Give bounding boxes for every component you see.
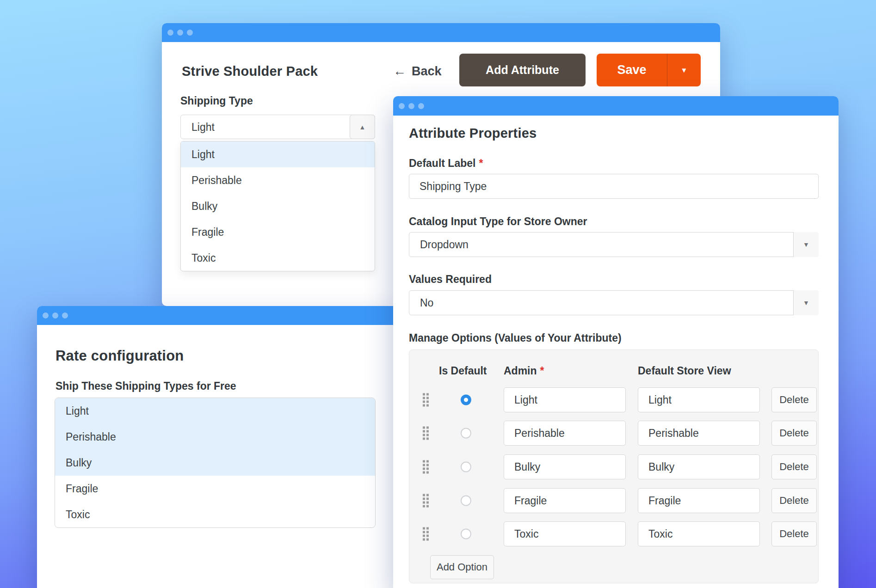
catalog-input-type-value: Dropdown — [420, 239, 469, 251]
option-row: Delete — [409, 521, 818, 546]
is-default-radio[interactable] — [461, 428, 471, 439]
is-default-radio[interactable] — [461, 462, 471, 472]
rate-configuration-title: Rate configuration — [56, 348, 184, 364]
store-view-value-input[interactable] — [638, 488, 760, 513]
delete-option-button[interactable]: Delete — [771, 521, 817, 546]
add-option-button[interactable]: Add Option — [430, 555, 494, 579]
back-label: Back — [412, 64, 442, 79]
dropdown-option[interactable]: Fragile — [181, 219, 375, 245]
values-required-select[interactable]: No ▼ — [409, 290, 819, 315]
dropdown-option[interactable]: Light — [181, 141, 375, 167]
product-window-titlebar — [162, 23, 720, 42]
admin-value-input[interactable] — [504, 454, 626, 479]
delete-option-button[interactable]: Delete — [771, 421, 817, 446]
shipping-type-dropdown-list: Light Perishable Bulky Fragile Toxic — [180, 141, 375, 271]
select-caret-button[interactable]: ▼ — [793, 232, 819, 257]
delete-option-button[interactable]: Delete — [771, 454, 817, 479]
drag-handle-icon[interactable] — [423, 527, 429, 541]
window-dot-icon — [43, 312, 49, 318]
admin-value-input[interactable] — [504, 488, 626, 513]
store-view-value-input[interactable] — [638, 454, 760, 479]
select-spinner-button[interactable]: ▲ — [350, 115, 375, 139]
window-dot-icon — [52, 312, 58, 318]
dropdown-option[interactable]: Bulky — [181, 193, 375, 219]
select-caret-button[interactable]: ▼ — [793, 290, 819, 315]
manage-options-heading: Manage Options (Values of Your Attribute… — [409, 332, 622, 344]
column-header-store-view: Default Store View — [638, 365, 731, 377]
option-row: Delete — [409, 387, 818, 412]
save-button[interactable]: Save — [597, 63, 667, 77]
store-view-value-input[interactable] — [638, 387, 760, 412]
multiselect-option[interactable]: Bulky — [55, 450, 375, 476]
caret-up-icon: ▲ — [359, 123, 366, 131]
dropdown-option[interactable]: Perishable — [181, 167, 375, 193]
save-dropdown-toggle[interactable]: ▼ — [667, 66, 701, 74]
store-view-value-input[interactable] — [638, 421, 760, 446]
back-arrow-icon: ← — [393, 64, 406, 79]
page-title: Strive Shoulder Pack — [182, 64, 318, 79]
window-dot-icon — [408, 103, 414, 109]
window-dot-icon — [167, 30, 173, 36]
window-dot-icon — [187, 30, 193, 36]
option-row: Delete — [409, 454, 818, 479]
shipping-type-label: Shipping Type — [180, 95, 253, 107]
rate-configuration-window: Rate configuration Ship These Shipping T… — [37, 306, 402, 588]
drag-handle-icon[interactable] — [423, 460, 429, 474]
option-row: Delete — [409, 488, 818, 513]
required-asterisk: * — [479, 157, 483, 169]
free-shipping-types-label: Ship These Shipping Types for Free — [56, 380, 236, 392]
save-split-button: Save ▼ — [597, 54, 701, 86]
window-dot-icon — [399, 103, 405, 109]
shipping-type-select[interactable]: Light ▲ — [180, 115, 375, 139]
caret-down-icon: ▼ — [803, 241, 809, 248]
dropdown-option[interactable]: Toxic — [181, 245, 375, 271]
desktop-background: Strive Shoulder Pack ← Back Add Attribut… — [0, 0, 876, 588]
window-dot-icon — [62, 312, 68, 318]
catalog-input-type-select[interactable]: Dropdown ▼ — [409, 232, 819, 257]
attribute-window-titlebar — [393, 96, 839, 116]
store-view-value-input[interactable] — [638, 521, 760, 546]
window-dot-icon — [418, 103, 424, 109]
is-default-radio[interactable] — [461, 529, 471, 539]
rate-window-titlebar — [37, 306, 402, 325]
admin-value-input[interactable] — [504, 387, 626, 412]
option-row: Delete — [409, 421, 818, 446]
admin-value-input[interactable] — [504, 421, 626, 446]
default-label-input[interactable] — [409, 174, 819, 199]
column-header-admin: Admin* — [504, 365, 544, 377]
free-shipping-types-multiselect: Light Perishable Bulky Fragile Toxic — [55, 398, 376, 528]
add-attribute-button[interactable]: Add Attribute — [459, 54, 586, 86]
delete-option-button[interactable]: Delete — [771, 387, 817, 412]
multiselect-option[interactable]: Light — [55, 398, 375, 424]
caret-down-icon: ▼ — [681, 66, 688, 74]
delete-option-button[interactable]: Delete — [771, 488, 817, 513]
is-default-radio[interactable] — [461, 395, 471, 405]
values-required-label: Values Required — [409, 273, 492, 286]
admin-value-input[interactable] — [504, 521, 626, 546]
values-required-value: No — [420, 297, 433, 309]
drag-handle-icon[interactable] — [423, 393, 429, 407]
catalog-input-type-label: Catalog Input Type for Store Owner — [409, 215, 587, 228]
window-dot-icon — [177, 30, 183, 36]
drag-handle-icon[interactable] — [423, 427, 429, 440]
column-header-is-default: Is Default — [439, 365, 487, 377]
multiselect-option[interactable]: Perishable — [55, 424, 375, 450]
back-button[interactable]: ← Back — [393, 64, 442, 79]
multiselect-option[interactable]: Toxic — [55, 502, 375, 527]
drag-handle-icon[interactable] — [423, 494, 429, 508]
is-default-radio[interactable] — [461, 496, 471, 506]
attribute-properties-window: Attribute Properties Default Label* Cata… — [393, 96, 839, 588]
manage-options-panel: Is Default Admin* Default Store View Del… — [409, 349, 819, 583]
required-asterisk: * — [540, 365, 544, 377]
caret-down-icon: ▼ — [803, 299, 809, 306]
multiselect-option[interactable]: Fragile — [55, 476, 375, 502]
shipping-type-select-value: Light — [191, 121, 215, 133]
default-label-label: Default Label* — [409, 157, 483, 170]
attribute-properties-title: Attribute Properties — [409, 126, 537, 141]
